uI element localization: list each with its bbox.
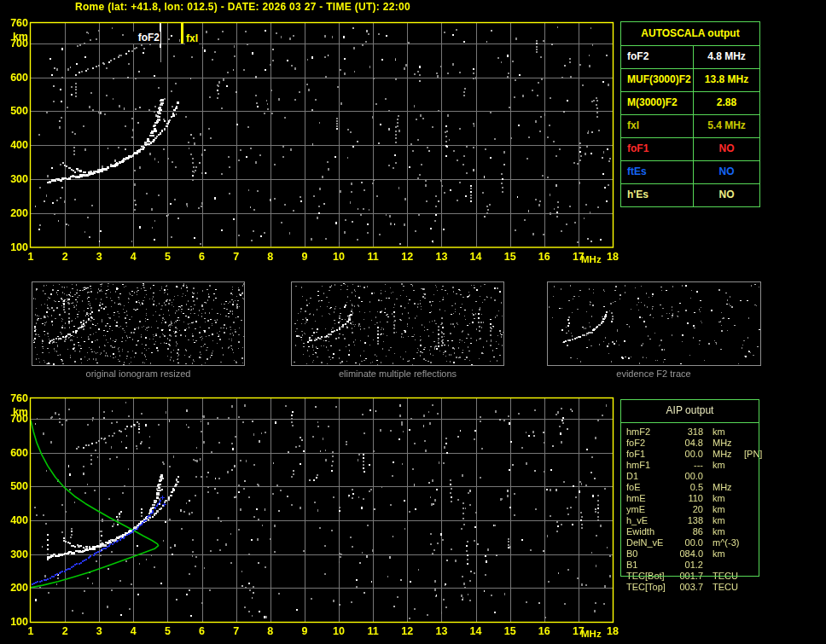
thumbnail-caption-original: original ionogram resized	[31, 368, 246, 379]
x-tick-label: 15	[500, 251, 521, 263]
parameter-name: DelN_vE	[626, 537, 676, 548]
parameter-unit	[703, 560, 739, 571]
parameter-note	[739, 571, 759, 582]
x-tick-label: 3	[89, 251, 109, 263]
aip-row-fof1: foF100.0MHz[PN]	[626, 449, 759, 460]
x-tick-label: 12	[397, 625, 417, 637]
parameter-value: 138	[676, 515, 703, 526]
parameter-name: foF1	[626, 449, 676, 460]
parameter-note	[739, 560, 759, 571]
autoscala-table-title: AUTOSCALA output	[621, 22, 759, 45]
x-axis-unit: MHz	[581, 254, 602, 264]
parameter-name: TEC[Bot]	[626, 571, 676, 582]
x-tick-label: 1	[20, 625, 41, 637]
parameter-note	[739, 426, 759, 438]
x-tick-label: 2	[55, 251, 75, 263]
parameter-name: foF1	[621, 138, 693, 160]
parameter-unit: km	[703, 548, 739, 560]
parameter-name: fxI	[621, 115, 693, 137]
parameter-name: foE	[626, 482, 676, 493]
y-tick-label: 760	[2, 392, 28, 404]
y-tick-label: 200	[2, 582, 28, 594]
parameter-name: M(3000)F2	[621, 92, 693, 114]
x-tick-label: 18	[602, 625, 623, 637]
aip-row-hmf2: hmF2318km	[626, 426, 759, 438]
parameter-unit: MHz	[703, 482, 739, 493]
parameter-value: NO	[693, 138, 759, 160]
x-tick-label: 3	[89, 625, 109, 637]
autoscala-row-ftes: ftEsNO	[621, 160, 759, 183]
y-tick-label: 400	[2, 514, 28, 526]
parameter-unit: km	[703, 460, 739, 471]
parameter-note	[739, 471, 759, 482]
parameter-value: 110	[676, 493, 703, 504]
autoscala-row-muf3000f2: MUF(3000)F213.8 MHz	[621, 68, 759, 91]
aip-row-tectop: TEC[Top]003.7TECU	[626, 582, 759, 593]
aip-table-title: AIP output	[620, 399, 759, 423]
parameter-name: TEC[Top]	[626, 582, 676, 593]
x-tick-label: 8	[260, 625, 281, 637]
parameter-name: Ewidth	[626, 526, 676, 537]
parameter-value: 318	[676, 426, 703, 438]
x-tick-label: 13	[431, 251, 451, 263]
aip-row-delnve: DelN_vE00.0m^(-3)	[626, 537, 759, 548]
x-tick-label: 5	[157, 625, 177, 637]
parameter-note: [PN]	[739, 449, 762, 460]
parameter-value: NO	[693, 184, 759, 206]
parameter-unit: TECU	[703, 582, 739, 593]
x-tick-label: 1	[20, 251, 41, 263]
y-tick-label: 500	[2, 105, 28, 117]
y-axis-unit: km	[2, 31, 28, 43]
parameter-name: ymE	[626, 504, 676, 515]
x-axis-unit: MHz	[581, 629, 602, 639]
autoscala-output-table: AUTOSCALA output foF24.8 MHzMUF(3000)F21…	[620, 21, 760, 207]
parameter-unit: TECU	[703, 571, 739, 582]
parameter-name: foF2	[621, 46, 693, 68]
x-tick-label: 4	[123, 251, 143, 263]
x-tick-label: 5	[157, 251, 177, 263]
parameter-unit: MHz	[703, 438, 739, 449]
parameter-unit: km	[703, 426, 739, 438]
parameter-value: 003.7	[676, 582, 703, 593]
aip-output-table: AIP output hmF2318kmfoF204.8MHzfoF100.0M…	[620, 399, 759, 593]
autoscala-table-rows: foF24.8 MHzMUF(3000)F213.8 MHzM(3000)F22…	[621, 45, 759, 206]
x-tick-label: 12	[397, 251, 417, 263]
x-tick-label: 10	[329, 625, 349, 637]
aip-row-hve: h_vE138km	[626, 515, 759, 526]
parameter-unit: MHz	[703, 449, 739, 460]
parameter-value: 00.0	[676, 471, 703, 482]
x-tick-label: 9	[294, 625, 315, 637]
x-tick-label: 11	[363, 625, 383, 637]
parameter-name: h_vE	[626, 515, 676, 526]
y-tick-label: 300	[2, 173, 28, 185]
parameter-value: 0.5	[676, 482, 703, 493]
parameter-note	[739, 493, 759, 504]
y-tick-label: 760	[2, 17, 28, 29]
aip-table-rows: hmF2318kmfoF204.8MHzfoF100.0MHz[PN]hmF1-…	[620, 423, 759, 593]
aip-row-foe: foE0.5MHz	[626, 482, 759, 493]
y-axis-unit: km	[2, 406, 28, 418]
x-tick-label: 13	[431, 625, 451, 637]
station-date-time-header: Rome (lat: +41.8, lon: 012.5) - DATE: 20…	[75, 1, 410, 13]
parameter-name: B1	[626, 560, 676, 571]
parameter-value: 5.4 MHz	[693, 115, 759, 137]
aip-row-b0: B0084.0km	[626, 548, 759, 560]
aip-row-fof2: foF204.8MHz	[626, 438, 759, 449]
fof2-marker-label: foF2	[128, 32, 160, 44]
parameter-value: 00.0	[676, 537, 703, 548]
parameter-value: 01.2	[676, 560, 703, 571]
parameter-note	[739, 526, 759, 537]
y-tick-label: 200	[2, 207, 28, 219]
parameter-value: 2.88	[693, 92, 759, 114]
parameter-value: 20	[676, 504, 703, 515]
parameter-note	[739, 482, 759, 493]
parameter-unit: m^(-3)	[703, 537, 739, 548]
x-tick-label: 11	[363, 251, 383, 263]
parameter-name: h'Es	[621, 184, 693, 206]
parameter-value: 04.8	[676, 438, 703, 449]
x-tick-label: 6	[192, 625, 212, 637]
parameter-value: 13.8 MHz	[693, 69, 759, 91]
aip-row-hme: hmE110km	[626, 493, 759, 504]
parameter-value: ---	[676, 460, 703, 471]
parameter-unit: km	[703, 493, 739, 504]
